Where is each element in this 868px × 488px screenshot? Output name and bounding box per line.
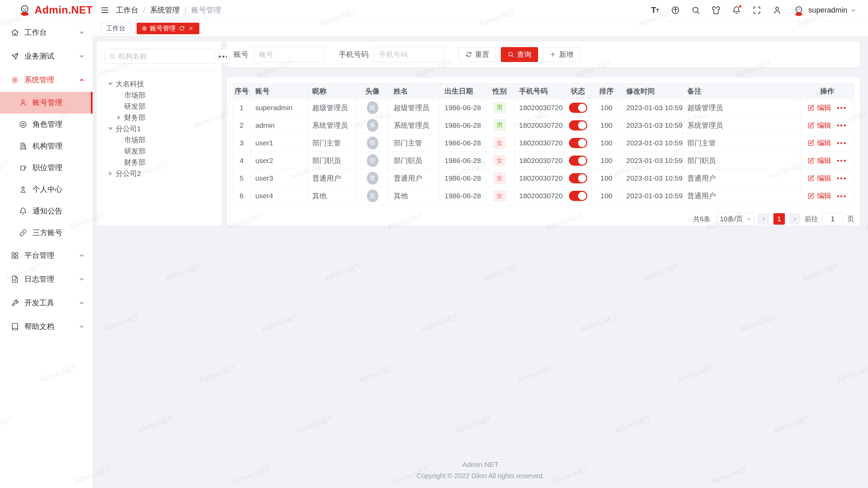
sidebar-item-system-management[interactable]: 系统管理 xyxy=(0,68,93,92)
edit-button[interactable]: 编辑 xyxy=(808,103,831,113)
edit-button[interactable]: 编辑 xyxy=(808,121,831,130)
tree-node-label: 大名科技 xyxy=(116,79,144,89)
account-filter-input[interactable] xyxy=(254,47,324,62)
cell-status xyxy=(565,134,592,151)
sidebar-item-org-management[interactable]: 机构管理 xyxy=(0,135,93,157)
avatar: 超 xyxy=(367,101,378,114)
page-size-select[interactable]: 10条/页 xyxy=(717,212,754,225)
cell-gender: 女 xyxy=(485,152,514,169)
language-icon[interactable] xyxy=(670,5,680,15)
sidebar-item-profile-center[interactable]: 个人中心 xyxy=(0,179,93,200)
tree-node[interactable]: 大名科技 xyxy=(107,78,218,89)
caret-down-icon[interactable] xyxy=(107,80,114,88)
sidebar-item-role-management[interactable]: 角色管理 xyxy=(0,114,93,135)
phone-filter-input[interactable] xyxy=(374,47,445,62)
row-more-button[interactable]: ●●● xyxy=(837,158,847,163)
tab-account-management[interactable]: 账号管理 xyxy=(137,23,199,34)
tree-node[interactable]: 财务部 xyxy=(107,157,218,168)
edit-button[interactable]: 编辑 xyxy=(808,174,831,183)
current-page-button[interactable]: 1 xyxy=(773,213,785,225)
tab-label: 账号管理 xyxy=(150,24,176,33)
cell-account: admin xyxy=(251,117,308,134)
prev-page-button[interactable]: ‹ xyxy=(758,213,769,225)
tree-node[interactable]: 研发部 xyxy=(107,101,218,112)
app-title: Admin.NET xyxy=(35,4,93,16)
notification-bell-icon[interactable] xyxy=(731,5,742,15)
status-toggle[interactable] xyxy=(569,103,587,113)
sidebar-item-help-docs[interactable]: 帮助文档 xyxy=(0,315,93,339)
tree-node[interactable]: 分公司1 xyxy=(107,123,218,134)
status-toggle[interactable] xyxy=(569,138,587,148)
cell-name: 超级管理员 xyxy=(389,99,440,116)
sidebar-item-account-management[interactable]: 账号管理 xyxy=(0,92,93,114)
breadcrumb-item[interactable]: 系统管理 xyxy=(150,5,191,15)
status-toggle[interactable] xyxy=(569,120,587,130)
add-button[interactable]: 新增 xyxy=(543,47,580,62)
search-button[interactable]: 查询 xyxy=(501,47,538,62)
chevron-up-icon xyxy=(79,77,84,83)
next-page-button[interactable]: › xyxy=(789,213,801,225)
tree-node[interactable]: 分公司2 xyxy=(107,168,218,179)
caret-placeholder xyxy=(115,147,123,155)
cell-index: 5 xyxy=(233,169,251,187)
fullscreen-icon[interactable] xyxy=(752,5,762,15)
sidebar-item-workbench[interactable]: 工作台 xyxy=(0,21,93,44)
reset-button[interactable]: 重置 xyxy=(459,47,496,62)
close-tab-icon[interactable] xyxy=(188,26,194,31)
edit-button[interactable]: 编辑 xyxy=(808,156,831,165)
sidebar-item-label: 工作台 xyxy=(24,27,79,38)
goto-page-input[interactable] xyxy=(822,212,843,225)
sidebar-item-third-party-account[interactable]: 三方账号 xyxy=(0,222,93,244)
row-more-button[interactable]: ●●● xyxy=(837,194,847,199)
sidebar-item-business-test[interactable]: 业务测试 xyxy=(0,44,93,68)
org-tree: 大名科技 市场部 研发部 财务部 分公司1 市场部 研发部 财务部 分公司2 xyxy=(97,71,221,179)
column-header: 操作 xyxy=(801,83,854,99)
caret-right-icon[interactable] xyxy=(107,170,114,177)
cell-avatar: 超 xyxy=(356,99,389,116)
logo[interactable]: Admin.NET xyxy=(0,0,93,21)
tree-node[interactable]: 市场部 xyxy=(107,134,218,145)
cell-gender: 男 xyxy=(485,99,514,116)
edit-button[interactable]: 编辑 xyxy=(808,138,831,148)
gender-tag: 女 xyxy=(493,172,506,184)
row-more-button[interactable]: ●●● xyxy=(837,105,847,110)
status-toggle[interactable] xyxy=(569,156,587,166)
sidebar-item-notice[interactable]: 通知公告 xyxy=(0,200,93,222)
row-more-button[interactable]: ●●● xyxy=(837,176,847,181)
cell-gender: 男 xyxy=(485,117,514,134)
edit-button[interactable]: 编辑 xyxy=(808,191,831,201)
theme-shirt-icon[interactable] xyxy=(711,5,721,15)
tree-node-label: 分公司2 xyxy=(116,169,141,178)
org-search-input[interactable] xyxy=(118,52,210,60)
sidebar-item-platform-management[interactable]: 平台管理 xyxy=(0,244,93,267)
tree-node[interactable]: 财务部 xyxy=(107,112,218,123)
cell-name: 系统管理员 xyxy=(389,117,440,134)
person-icon[interactable] xyxy=(772,5,782,15)
breadcrumb-item[interactable]: 工作台 xyxy=(116,5,150,15)
table-row: 4 user2 部门职员 部 部门职员 1986-06-28 女 1802003… xyxy=(233,152,854,169)
caret-down-icon[interactable] xyxy=(107,125,114,133)
cell-account: superadmin xyxy=(251,99,308,116)
font-size-large-glyph: T xyxy=(651,5,656,15)
tab-workbench[interactable]: 工作台 xyxy=(100,23,131,34)
table-row: 2 admin 系统管理员 系 系统管理员 1986-06-28 男 18020… xyxy=(233,117,854,134)
row-more-button[interactable]: ●●● xyxy=(837,123,847,128)
sidebar-item-dev-tools[interactable]: 开发工具 xyxy=(0,291,93,315)
cell-account: user2 xyxy=(251,152,308,169)
status-toggle[interactable] xyxy=(569,173,587,183)
search-icon[interactable] xyxy=(691,5,701,15)
tree-node[interactable]: 研发部 xyxy=(107,145,218,157)
cell-index: 4 xyxy=(233,152,251,169)
refresh-tab-icon[interactable] xyxy=(179,25,185,31)
avatar: 部 xyxy=(367,154,378,167)
font-size-icon[interactable]: TT xyxy=(650,5,660,15)
sidebar-item-log-management[interactable]: 日志管理 xyxy=(0,267,93,291)
tree-node[interactable]: 市场部 xyxy=(107,89,218,101)
collapse-sidebar-icon[interactable] xyxy=(100,6,109,15)
caret-right-icon[interactable] xyxy=(115,114,123,121)
cell-phone: 18020030720 xyxy=(514,134,565,151)
row-more-button[interactable]: ●●● xyxy=(837,140,847,145)
user-menu[interactable]: superadmin xyxy=(792,4,856,17)
sidebar-item-position-management[interactable]: 职位管理 xyxy=(0,157,93,179)
status-toggle[interactable] xyxy=(569,191,587,201)
